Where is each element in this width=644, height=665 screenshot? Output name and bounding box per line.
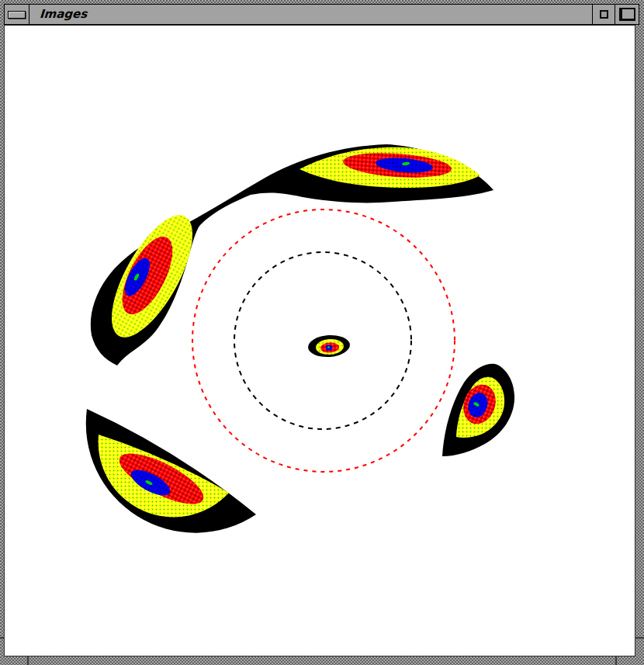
resize-handle-notch[interactable] [635,637,644,639]
center-image-green [327,346,330,348]
resize-handle-notch[interactable] [0,637,5,639]
window-frame[interactable]: Images [0,0,644,665]
window-menu-button[interactable] [5,5,29,24]
image-canvas [5,26,635,656]
resize-handle-notch[interactable] [27,656,29,665]
window-title-label: Images [39,9,87,20]
figure-svg [5,26,635,656]
iconify-button[interactable] [592,5,615,24]
resize-handle-notch[interactable] [615,656,617,665]
titlebar-title-area: Images [29,5,592,24]
iconify-icon [600,10,608,19]
maximize-icon [619,8,635,21]
maximize-button[interactable] [615,5,639,24]
titlebar[interactable]: Images [4,4,639,25]
window-menu-icon [8,11,26,19]
